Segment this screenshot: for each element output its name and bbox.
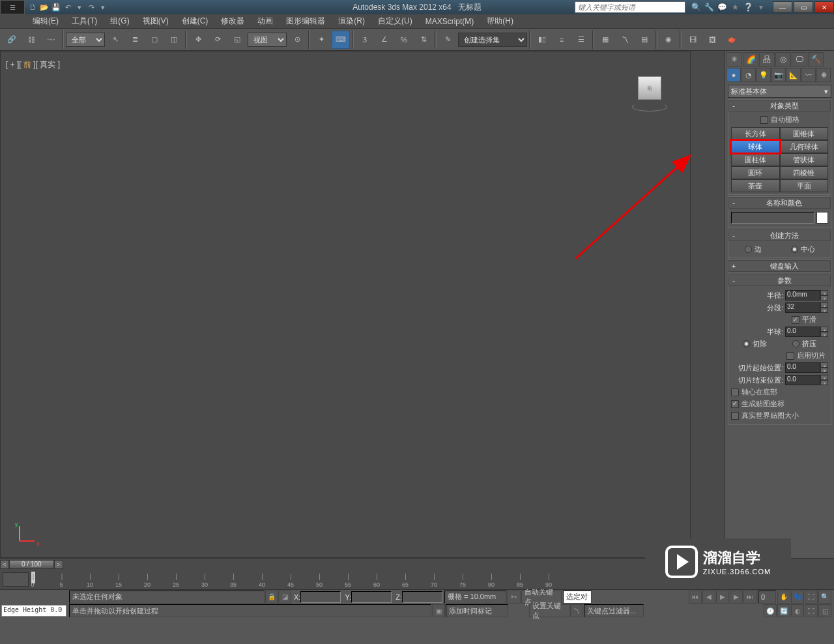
obj-pyramid-button[interactable]: 四棱锥 [780,166,829,179]
edit-named-sel-icon[interactable]: ✎ [439,31,457,49]
trackbar-toggle-icon[interactable] [3,572,29,587]
walk-icon[interactable]: 👣 [791,591,804,604]
redo-dd-icon[interactable]: ▾ [98,2,108,12]
render-setup-icon[interactable]: 🎞 [683,31,702,49]
schematic-icon[interactable]: ▤ [635,31,654,49]
min-max-icon[interactable]: ◱ [818,604,831,617]
tab-display-icon[interactable]: 🖵 [792,52,807,66]
minimize-button[interactable]: — [773,1,792,13]
menu-views[interactable]: 视图(V) [136,14,175,28]
scale-icon[interactable]: ◱ [228,31,246,49]
play-icon[interactable]: ▶ [716,591,729,604]
material-editor-icon[interactable]: ◉ [659,31,678,49]
current-frame-input[interactable]: 0 [758,591,776,604]
undo-dd-icon[interactable]: ▾ [74,2,85,12]
favorites-icon[interactable]: ★ [730,2,740,12]
spin-up-icon[interactable]: ▴ [820,375,828,380]
radius-input[interactable]: 0.0mm [785,290,820,300]
obj-sphere-button[interactable]: 球体 [731,140,780,153]
save-icon[interactable]: 💾 [51,2,61,12]
percent-snap-icon[interactable]: % [395,31,413,49]
tab-motion-icon[interactable]: ◎ [775,52,791,66]
spinner-snap-icon[interactable]: ⇅ [414,31,433,49]
viewport-label[interactable]: [ + ][ 前 ][ 真实 ] [6,59,60,70]
mirror-icon[interactable]: ▮▯ [533,31,551,49]
viewport-front[interactable]: [ + ][ 前 ][ 真实 ] 前 y x [0,51,691,558]
prev-frame-icon[interactable]: < [0,560,9,569]
obj-tube-button[interactable]: 管状体 [780,153,829,166]
gen-uv-checkbox[interactable] [731,400,739,408]
align-icon[interactable]: ≡ [553,31,571,49]
next-key-icon[interactable]: ▶ [730,591,743,604]
sub-systems-icon[interactable]: ✻ [816,68,831,82]
goto-start-icon[interactable]: ⏮ [689,591,702,604]
communication-icon[interactable]: 💬 [717,2,727,12]
y-input[interactable] [351,591,392,603]
sub-shapes-icon[interactable]: ◔ [741,68,756,82]
add-time-tag[interactable]: 添加时间标记 [446,604,508,617]
squash-radio[interactable] [792,340,799,347]
spin-up-icon[interactable]: ▴ [820,327,828,332]
segments-input[interactable]: 32 [785,302,820,313]
obj-teapot-button[interactable]: 茶壶 [731,179,780,192]
window-crossing-icon[interactable]: ◫ [165,31,183,49]
script-listener-icon[interactable]: ▣ [432,604,445,617]
base-pivot-checkbox[interactable] [731,388,739,396]
menu-customize[interactable]: 自定义(U) [371,14,419,28]
center-radio[interactable] [791,246,798,253]
fov-icon[interactable]: ◐ [791,604,804,617]
search-icon[interactable]: 🔍 [691,2,701,12]
hemisphere-input[interactable]: 0.0 [785,327,820,337]
viewcube-face[interactable]: 前 [638,76,661,100]
obj-torus-button[interactable]: 圆环 [731,166,780,179]
menu-rendering[interactable]: 渲染(R) [332,14,371,28]
z-input[interactable] [402,591,442,603]
menu-modifiers[interactable]: 修改器 [214,14,251,28]
rollout-header[interactable]: - 名称和颜色 [728,197,831,209]
setkey-button[interactable]: 设置关键点 [529,604,569,617]
menu-create[interactable]: 创建(C) [175,14,215,28]
time-config-icon[interactable]: 🕘 [764,604,777,617]
snap-3d-icon[interactable]: 3 [356,31,374,49]
tab-modify-icon[interactable]: 🌈 [743,52,758,66]
layers-icon[interactable]: ☰ [572,31,590,49]
slice-on-checkbox[interactable] [786,352,794,360]
spin-down-icon[interactable]: ▾ [820,332,828,337]
viewcube[interactable]: 前 [629,74,670,115]
next-frame-icon[interactable]: > [54,560,63,569]
curve-editor-icon[interactable]: 〽 [616,31,634,49]
undo-icon[interactable]: ↶ [63,2,73,12]
object-name-input[interactable] [731,212,814,224]
sub-spacewarps-icon[interactable]: 〰 [801,68,816,82]
spin-down-icon[interactable]: ▾ [820,295,828,300]
app-icon[interactable]: ☰ [0,0,25,14]
spin-up-icon[interactable]: ▴ [820,302,828,308]
tab-create-icon[interactable]: ✳ [726,52,742,66]
maximize-button[interactable]: ▭ [794,1,813,13]
key-filters-button[interactable]: 关键点过滤器... [584,604,644,617]
redo-icon[interactable]: ↷ [86,2,96,12]
sub-cameras-icon[interactable]: 📷 [771,68,786,82]
rendered-frame-icon[interactable]: 🖼 [703,31,721,49]
obj-plane-button[interactable]: 平面 [780,179,829,192]
edge-radio[interactable] [745,246,752,253]
x-input[interactable] [300,591,341,603]
ref-coord-system[interactable]: 视图 [248,33,287,47]
angle-snap-icon[interactable]: ∠ [375,31,394,49]
open-icon[interactable]: 📂 [39,2,50,12]
realworld-checkbox[interactable] [731,412,739,420]
rollout-header[interactable]: + 键盘输入 [728,260,831,272]
menu-group[interactable]: 组(G) [104,14,136,28]
spin-down-icon[interactable]: ▾ [820,308,828,313]
spin-up-icon[interactable]: ▴ [820,362,828,368]
menu-graph-editors[interactable]: 图形编辑器 [280,14,332,28]
subscription-icon[interactable]: 🔧 [704,2,714,12]
chop-radio[interactable] [743,340,750,347]
keyboard-shortcut-icon[interactable]: ⌨ [332,31,350,49]
menu-edit[interactable]: 编辑(E) [26,14,65,28]
orbit-icon[interactable]: 🔄 [777,604,790,617]
rollout-header[interactable]: - 参数 [728,274,831,286]
obj-geosphere-button[interactable]: 几何球体 [780,140,829,153]
object-color-swatch[interactable] [816,212,828,224]
pan-icon[interactable]: ✋ [777,591,790,604]
